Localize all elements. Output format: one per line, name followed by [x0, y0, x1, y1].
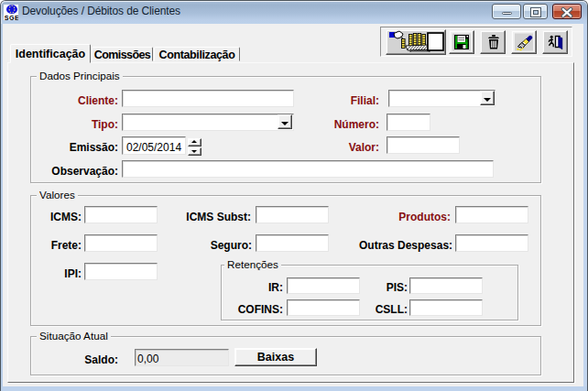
svg-text:SGE: SGE — [5, 14, 18, 21]
